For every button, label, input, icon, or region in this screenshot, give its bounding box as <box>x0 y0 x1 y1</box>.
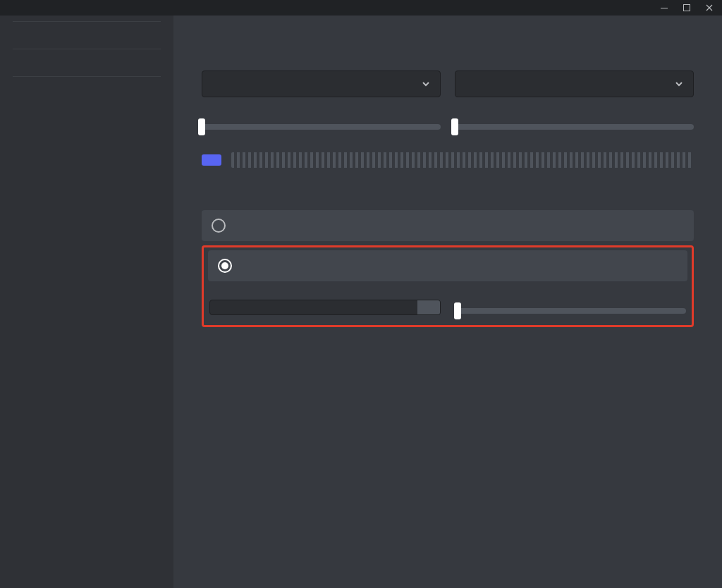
maximize-icon[interactable] <box>680 3 694 13</box>
slider-thumb[interactable] <box>454 302 461 319</box>
divider <box>13 76 161 77</box>
mic-test-button[interactable] <box>202 154 221 166</box>
svg-rect-1 <box>684 5 690 11</box>
ptt-settings-row <box>208 294 687 315</box>
ptt-release-delay-slider[interactable] <box>455 308 686 314</box>
radio-icon <box>212 219 226 233</box>
shortcut-box <box>209 300 441 315</box>
settings-content <box>173 16 722 588</box>
app-settings-header <box>6 55 168 71</box>
input-mode-push-to-talk[interactable] <box>208 250 687 281</box>
window-controls <box>657 3 719 13</box>
slider-thumb[interactable] <box>451 118 458 135</box>
input-device-select[interactable] <box>202 71 441 97</box>
settings-sidebar <box>0 16 173 588</box>
radio-inner <box>221 262 228 269</box>
close-icon[interactable] <box>702 3 716 13</box>
billing-header <box>6 27 168 43</box>
output-volume-slider[interactable] <box>455 124 694 130</box>
minimize-icon[interactable] <box>657 3 671 13</box>
activity-header <box>6 82 168 98</box>
divider <box>13 49 161 49</box>
titlebar <box>0 0 722 16</box>
output-device-select[interactable] <box>455 71 694 97</box>
sidebar-item-activity-privacy[interactable] <box>6 99 168 108</box>
slider-thumb[interactable] <box>198 118 205 135</box>
push-to-talk-highlight <box>202 245 694 327</box>
chevron-down-icon <box>673 78 685 90</box>
device-row <box>202 65 694 97</box>
app-body <box>0 16 722 588</box>
volume-row <box>202 117 694 130</box>
input-mode-voice-activity[interactable] <box>202 210 694 241</box>
mic-meter <box>231 152 694 168</box>
svg-rect-0 <box>661 8 668 8</box>
record-keybind-button[interactable] <box>417 300 440 314</box>
input-volume-slider[interactable] <box>202 124 441 130</box>
divider <box>13 21 161 22</box>
mic-test-row <box>202 152 694 168</box>
chevron-down-icon <box>420 78 432 90</box>
radio-icon <box>218 259 232 273</box>
shortcut-value[interactable] <box>210 300 417 314</box>
